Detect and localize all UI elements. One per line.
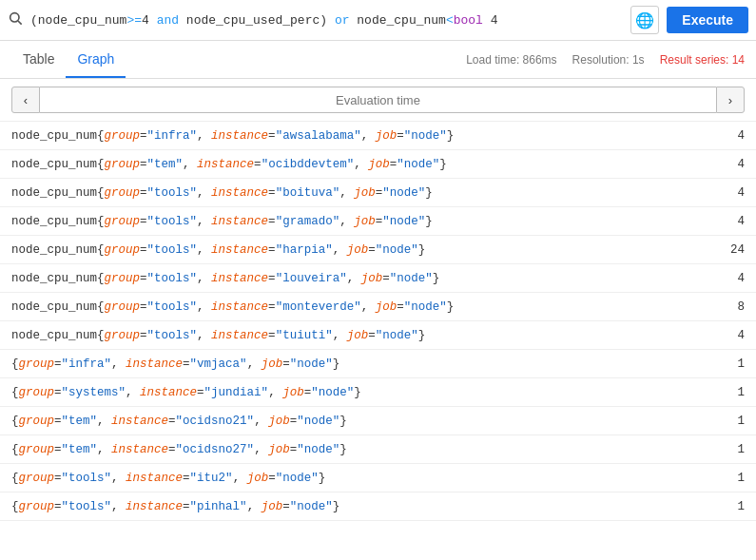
comma: , — [333, 243, 347, 257]
search-icon — [8, 10, 23, 29]
label-key: group — [19, 443, 55, 456]
table-row: node_cpu_num{group="tools", instance="bo… — [0, 179, 756, 207]
tab-table[interactable]: Table — [11, 42, 66, 78]
brace-close: } — [425, 215, 433, 228]
label-val: "tem" — [62, 415, 98, 428]
label-val: "harpia" — [276, 243, 333, 257]
label-val: "node" — [290, 500, 333, 513]
label-val: "louveira" — [276, 272, 347, 285]
label-val: "node" — [276, 472, 319, 485]
table-row: {group="systems", instance="jundiai", jo… — [0, 378, 756, 407]
resolution: Resolution: 1s — [572, 53, 645, 67]
equals: = — [268, 329, 276, 342]
comma: , — [233, 472, 247, 485]
row-label: {group="infra", instance="vmjaca", job="… — [11, 357, 716, 371]
row-label: node_cpu_num{group="tools", instance="lo… — [11, 272, 716, 285]
label-key: instance — [126, 357, 183, 371]
label-key: instance — [211, 129, 268, 143]
brace-close: } — [319, 472, 326, 485]
result-series: Result series: 14 — [660, 53, 745, 67]
comma: , — [333, 329, 347, 342]
equals: = — [282, 500, 290, 513]
row-label: node_cpu_num{group="tools", instance="tu… — [11, 329, 716, 342]
label-val: "node" — [297, 415, 339, 428]
equals: = — [183, 357, 190, 371]
label-key: job — [354, 215, 376, 228]
equals: = — [140, 300, 147, 314]
tabs-row: Table Graph Load time: 866ms Resolution:… — [0, 41, 756, 79]
comma: , — [197, 243, 211, 257]
brace-open: { — [97, 186, 105, 200]
label-val: "node" — [376, 243, 418, 257]
label-key: job — [361, 272, 383, 285]
row-value: 1 — [716, 472, 745, 485]
label-key: instance — [111, 415, 168, 428]
comma: , — [268, 386, 282, 399]
brace-close: } — [447, 129, 455, 143]
metric-name: node_cpu_num — [11, 300, 97, 314]
comma: , — [347, 272, 361, 285]
equals: = — [268, 300, 276, 314]
table-row: {group="tools", instance="itu2", job="no… — [0, 464, 756, 492]
equals: = — [140, 186, 147, 200]
row-value: 1 — [716, 415, 745, 428]
label-val: "tem" — [147, 158, 184, 171]
label-key: group — [105, 215, 141, 228]
table-row: node_cpu_num{group="tools", instance="gr… — [0, 207, 756, 236]
brace-open: { — [97, 300, 105, 314]
label-key: group — [105, 129, 141, 143]
brace-open: { — [97, 158, 105, 171]
label-key: instance — [211, 329, 268, 342]
label-key: group — [19, 415, 55, 428]
brace-open: { — [11, 357, 19, 371]
label-val: "tools" — [62, 500, 112, 513]
table-row: {group="tem", instance="ocidsno27", job=… — [0, 435, 756, 464]
search-bar: (node_cpu_num>=4 and node_cpu_used_perc)… — [0, 0, 756, 41]
globe-button[interactable]: 🌐 — [630, 6, 659, 34]
label-val: "node" — [290, 357, 333, 371]
brace-close: } — [433, 272, 440, 285]
eval-next-button[interactable]: › — [716, 87, 745, 113]
tab-graph[interactable]: Graph — [66, 42, 126, 78]
row-value: 1 — [716, 443, 745, 456]
brace-close: } — [339, 443, 347, 456]
label-val: "ocidsno21" — [176, 415, 255, 428]
meta-info: Load time: 866ms Resolution: 1s Result s… — [466, 53, 745, 67]
label-val: "awsalabama" — [276, 129, 361, 143]
label-val: "gramado" — [276, 215, 340, 228]
table-row: node_cpu_num{group="tools", instance="lo… — [0, 264, 756, 293]
row-value: 1 — [716, 500, 745, 513]
brace-close: } — [354, 386, 361, 399]
label-val: "monteverde" — [276, 300, 361, 314]
label-val: "infra" — [62, 357, 112, 371]
label-val: "tools" — [147, 243, 198, 257]
execute-button[interactable]: Execute — [667, 7, 748, 33]
label-val: "itu2" — [190, 472, 233, 485]
label-key: job — [268, 443, 290, 456]
brace-open: { — [11, 500, 19, 513]
equals: = — [140, 158, 147, 171]
label-val: "tem" — [62, 443, 98, 456]
query-input[interactable]: (node_cpu_num>=4 and node_cpu_used_perc)… — [30, 13, 623, 28]
label-key: group — [105, 186, 141, 200]
equals: = — [54, 443, 62, 456]
table-row: {group="tem", instance="ocidsno21", job=… — [0, 407, 756, 435]
comma: , — [197, 300, 211, 314]
brace-open: { — [11, 472, 19, 485]
equals: = — [268, 472, 276, 485]
comma: , — [197, 186, 211, 200]
row-value: 4 — [716, 129, 745, 143]
eval-prev-button[interactable]: ‹ — [11, 87, 40, 113]
eval-bar: ‹ › — [0, 79, 756, 122]
equals: = — [54, 500, 62, 513]
equals: = — [197, 386, 204, 399]
comma: , — [111, 357, 126, 371]
brace-close: } — [425, 186, 433, 200]
row-value: 1 — [716, 386, 745, 399]
comma: , — [339, 215, 354, 228]
eval-time-input[interactable] — [40, 87, 716, 113]
table-row: node_cpu_num{group="tem", instance="ocib… — [0, 150, 756, 179]
comma: , — [111, 500, 126, 513]
equals: = — [254, 158, 262, 171]
brace-open: { — [97, 215, 105, 228]
